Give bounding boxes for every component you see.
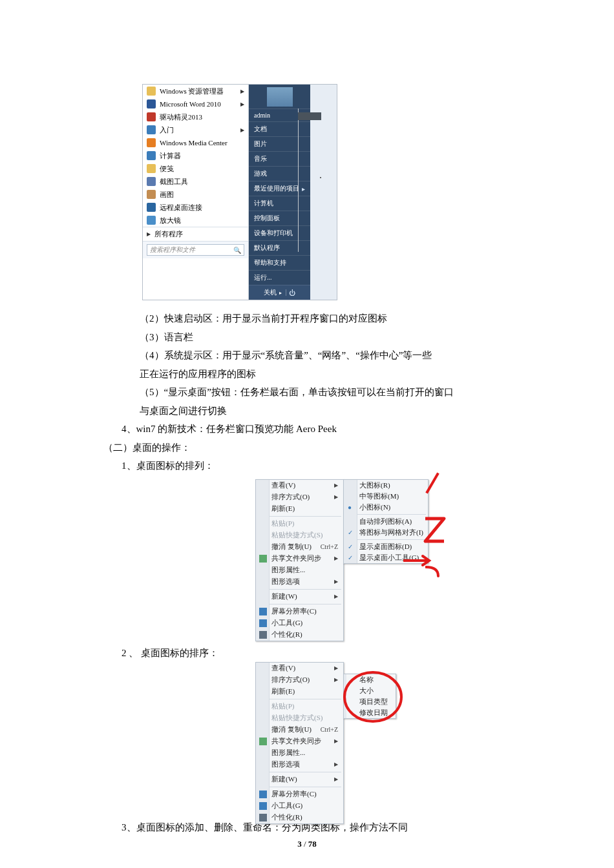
all-programs[interactable]: ▶ 所有程序: [143, 227, 248, 241]
menu-item[interactable]: 排序方式(O)▶: [256, 491, 343, 503]
menu-item[interactable]: 小工具(G): [256, 800, 343, 812]
start-right-item[interactable]: 控制面板: [249, 211, 310, 225]
menu-item[interactable]: 新建(W)▶: [256, 774, 343, 785]
chevron-right-icon: ▶: [240, 101, 244, 107]
start-left-label: 画图: [160, 190, 174, 200]
chevron-right-icon: ▶: [334, 594, 338, 599]
menu-item[interactable]: 查看(V)▶: [256, 480, 343, 491]
submenu-item[interactable]: 修改日期: [344, 707, 396, 718]
menu-item[interactable]: 个性化(R): [256, 812, 343, 823]
chevron-right-icon: ▶: [334, 494, 338, 500]
app-icon: [147, 125, 156, 134]
app-icon: [147, 190, 156, 199]
start-right-item[interactable]: 最近使用的项目▸: [249, 181, 310, 196]
menu-item[interactable]: 屏幕分辨率(C): [256, 789, 343, 800]
submenu-item[interactable]: 大小: [344, 685, 396, 696]
submenu-item[interactable]: 项目类型: [344, 696, 396, 707]
menu-item[interactable]: 图形选项▶: [256, 759, 343, 770]
start-right-item[interactable]: 帮助和支持: [249, 255, 310, 270]
start-left-label: Windows Media Center: [160, 139, 228, 147]
search-input[interactable]: 搜索程序和文件 🔍: [147, 244, 244, 256]
start-left-item[interactable]: 便笺: [143, 162, 248, 175]
submenu-label: 修改日期: [359, 708, 388, 718]
submenu-item[interactable]: ●小图标(N): [344, 502, 428, 513]
submenu-label: 显示桌面图标(D): [359, 542, 412, 552]
start-left-item[interactable]: 计算器: [143, 149, 248, 162]
menu-item[interactable]: 新建(W)▶: [256, 591, 343, 603]
start-left-item[interactable]: 截图工具: [143, 175, 248, 188]
start-right-label: 设备和打印机: [254, 229, 293, 238]
start-left-item[interactable]: Windows 资源管理器▶: [143, 85, 248, 98]
para-3: （3）语言栏: [103, 328, 511, 347]
start-left-item[interactable]: Windows Media Center: [143, 136, 248, 149]
menu-item[interactable]: 图形选项▶: [256, 576, 343, 588]
chevron-right-icon: ▶: [334, 555, 338, 561]
shutdown-button[interactable]: 关机 ▸ ⏻: [249, 285, 310, 300]
menu-item[interactable]: 个性化(R): [256, 629, 343, 641]
search-icon: 🔍: [233, 247, 241, 254]
submenu-item[interactable]: ✓显示桌面小工具(G): [344, 552, 428, 563]
chevron-right-icon: ▸: [302, 185, 305, 192]
para-4-line1: （4）系统提示区：用于显示“系统音量”、“网络”、“操作中心”等一些: [103, 346, 511, 365]
menu-item[interactable]: 刷新(E): [256, 686, 343, 698]
start-left-label: 便笺: [160, 164, 174, 174]
para-5-line2: 与桌面之间进行切换: [103, 402, 511, 420]
start-right-label: 音乐: [254, 154, 267, 163]
start-left-item[interactable]: Microsoft Word 2010▶: [143, 98, 248, 110]
submenu-item[interactable]: ✓将图标与网格对齐(I): [344, 527, 428, 538]
start-right-item[interactable]: 计算机: [249, 196, 310, 211]
submenu-item[interactable]: 自动排列图标(A): [344, 516, 428, 527]
menu-item[interactable]: 屏幕分辨率(C): [256, 606, 343, 617]
start-right-item[interactable]: 设备和打印机: [249, 225, 310, 240]
para-6: 4、win7 的新技术：任务栏窗口预览功能 Aero Peek: [103, 420, 511, 439]
menu-label: 小工具(G): [271, 801, 302, 811]
start-right-item[interactable]: 游戏: [249, 166, 310, 181]
start-right-item[interactable]: 运行...: [249, 270, 310, 285]
menu-item[interactable]: 撤消 复制(U)Ctrl+Z: [256, 724, 343, 736]
menu-label: 撤消 复制(U): [271, 725, 312, 734]
menu-item[interactable]: 刷新(E): [256, 503, 343, 515]
start-left-item[interactable]: 入门▶: [143, 123, 248, 136]
start-right-item[interactable]: 图片: [249, 136, 310, 151]
menu-item[interactable]: 共享文件夹同步▶: [256, 736, 343, 747]
start-left-item[interactable]: 驱动精灵2013: [143, 110, 248, 123]
chevron-right-icon: ▶: [334, 776, 338, 782]
start-right-item[interactable]: 文档: [249, 121, 310, 136]
menu-item[interactable]: 排序方式(O)▶: [256, 674, 343, 686]
submenu-label: 小图标(N): [359, 502, 390, 512]
menu-label: 个性化(R): [271, 630, 302, 639]
start-right-item[interactable]: 音乐: [249, 151, 310, 166]
start-left-item[interactable]: 放大镜: [143, 214, 248, 227]
submenu-item[interactable]: 中等图标(M): [344, 491, 428, 502]
submenu-item[interactable]: ✓显示桌面图标(D): [344, 541, 428, 552]
start-left-item[interactable]: 远程桌面连接: [143, 201, 248, 214]
power-icon: ⏻: [289, 289, 295, 296]
menu-icon: [259, 619, 267, 627]
start-left-label: 远程桌面连接: [160, 203, 202, 212]
start-left-label: 入门: [160, 125, 174, 135]
chevron-right-icon: ▶: [240, 88, 244, 94]
start-left-item[interactable]: 画图: [143, 188, 248, 201]
start-right-label: 最近使用的项目: [254, 184, 299, 193]
submenu-label: 项目类型: [359, 697, 388, 707]
menu-item[interactable]: 图形属性...: [256, 564, 343, 576]
start-right-label: 默认程序: [254, 243, 280, 253]
chevron-right-icon: ▶: [334, 579, 338, 584]
page-footer: 3 / 78: [0, 839, 614, 849]
chevron-right-icon: ▶: [334, 665, 338, 671]
app-icon: [147, 216, 156, 225]
start-right-label: admin: [254, 112, 270, 119]
menu-label: 屏幕分辨率(C): [271, 789, 317, 799]
menu-item[interactable]: 共享文件夹同步▶: [256, 553, 343, 564]
app-icon: [147, 112, 156, 121]
start-right-item[interactable]: 默认程序: [249, 240, 310, 255]
submenu-item[interactable]: 名称: [344, 674, 396, 685]
submenu-item[interactable]: 大图标(R): [344, 480, 428, 491]
menu-item[interactable]: 撤消 复制(U)Ctrl+Z: [256, 541, 343, 553]
menu-item[interactable]: 小工具(G): [256, 617, 343, 629]
user-picture[interactable]: [266, 87, 293, 107]
menu-item[interactable]: 图形属性...: [256, 747, 343, 759]
menu-item[interactable]: 查看(V)▶: [256, 663, 343, 674]
submenu-label: 大图标(R): [359, 480, 390, 490]
menu-icon: [259, 802, 267, 810]
